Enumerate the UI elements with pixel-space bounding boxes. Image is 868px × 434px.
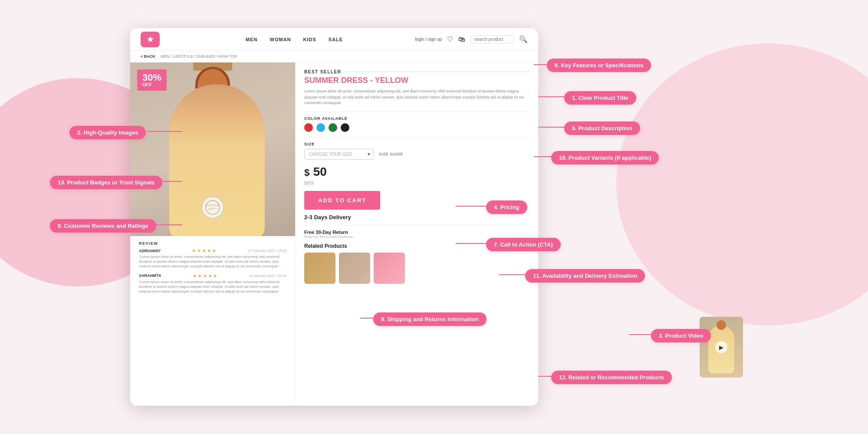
svg-text:CERTIFIED: CERTIFIED xyxy=(206,204,220,207)
connector-5 xyxy=(538,127,564,128)
add-to-cart-button[interactable]: ADD TO CART xyxy=(304,191,380,210)
color-swatch-black[interactable] xyxy=(341,123,349,132)
product-area: 30% OFF xyxy=(130,62,538,402)
price-current: 50 xyxy=(313,165,327,178)
trust-badge: CERTIFIED QUALITY xyxy=(201,196,224,219)
color-label: COLOR AVAILABLE xyxy=(304,116,529,121)
reviewer-stars-2: ★ ★ ★ ★ ★ xyxy=(193,273,217,278)
reviewer-stars-1: ★ ★ ★ ★ ★ xyxy=(192,248,216,253)
connector-2 xyxy=(148,131,182,132)
product-image-panel: 30% OFF xyxy=(130,62,295,236)
review-section-label: REVIEW xyxy=(139,241,286,246)
size-row: CHOOSE YOUR SIZE XSSMLXL SIZE GUIDE xyxy=(304,149,529,160)
annotation-3: 3. Product Video xyxy=(651,329,711,342)
nav-woman[interactable]: WOMAN xyxy=(270,37,291,42)
nav-men[interactable]: MEN xyxy=(246,37,257,42)
breadcrumb: < BACK MEN / LIFESTYLE / SNEAKER / HIGH … xyxy=(130,51,538,62)
size-guide-button[interactable]: SIZE GUIDE xyxy=(379,152,403,156)
product-title: SUMMER DRESS - YELLOW xyxy=(304,76,529,85)
delivery-info: 2-3 Days Delivery xyxy=(304,214,529,220)
nav-sale[interactable]: SALE xyxy=(329,37,343,42)
color-swatch-red[interactable] xyxy=(304,123,313,132)
back-link[interactable]: < BACK xyxy=(141,54,155,59)
svg-text:QUALITY: QUALITY xyxy=(208,207,217,210)
connector-4 xyxy=(456,206,486,207)
product-details-panel: BEST SELLER SUMMER DRESS - YELLOW Lorem … xyxy=(295,62,538,402)
price-original: $83 xyxy=(304,180,314,186)
connector-10 xyxy=(534,156,551,157)
search-input[interactable] xyxy=(470,35,514,43)
annotation-8: 8. Customer Reviews and Ratings xyxy=(50,219,156,233)
related-product-1[interactable] xyxy=(304,253,335,284)
reviewer-date-2: 29 January 2022 / 19:25 xyxy=(249,274,286,278)
connector-6 xyxy=(534,64,547,65)
navbar: ★ MEN WOMAN KIDS SALE login / sign up ♡ … xyxy=(130,28,538,51)
nav-links: MEN WOMAN KIDS SALE xyxy=(174,37,415,42)
reviewer-date-1: 17 February 2022 / 15:00 xyxy=(247,249,286,253)
related-product-2[interactable] xyxy=(339,253,370,284)
breadcrumb-path: MEN / LIFESTYLE / SNEAKER / HIGH TOP xyxy=(161,54,237,59)
color-swatch-green[interactable] xyxy=(329,123,337,132)
color-swatch-blue[interactable] xyxy=(316,123,325,132)
logo[interactable]: ★ xyxy=(141,32,160,47)
connector-3 xyxy=(629,334,651,335)
connector-11 xyxy=(499,274,525,275)
size-select-wrap: CHOOSE YOUR SIZE XSSMLXL xyxy=(304,149,374,160)
video-thumbnail[interactable]: ▶ xyxy=(700,317,743,378)
reviewer-name-2: SARAHMTX xyxy=(139,273,161,278)
review-item-1: ADRIAN007 ★ ★ ★ ★ ★ 17 February 2022 / 1… xyxy=(139,248,286,269)
size-label: SIZE xyxy=(304,142,529,146)
annotation-6: 6. Key Features or Specifications xyxy=(547,59,651,72)
annotation-12: 12. Related or Recommended Products xyxy=(551,371,672,384)
annotation-11: 11. Availability and Delivery Estimation xyxy=(525,269,645,283)
review-item-2: SARAHMTX ★ ★ ★ ★ ★ 29 January 2022 / 19:… xyxy=(139,273,286,294)
reviews-section: REVIEW ADRIAN007 ★ ★ ★ ★ ★ 17 February 2… xyxy=(130,236,295,402)
login-link[interactable]: login / sign up xyxy=(415,37,442,42)
browser-window: ★ MEN WOMAN KIDS SALE login / sign up ♡ … xyxy=(130,28,538,406)
discount-badge: 30% OFF xyxy=(137,69,167,91)
annotation-10: 10. Product Variants (if applicable) xyxy=(551,151,659,164)
connector-1 xyxy=(538,96,564,97)
background-blob-right xyxy=(616,43,868,326)
annotation-13: 13. Product Badges or Trust Signals xyxy=(50,176,162,189)
annotation-9: 9. Shipping and Returns Information xyxy=(373,312,487,326)
connector-7 xyxy=(456,243,486,244)
annotation-7: 7. Call to Action (CTA) xyxy=(486,238,561,251)
divider-2 xyxy=(304,137,529,138)
return-info: Free 30-Day Return xyxy=(304,230,529,235)
review-text-2: "Lorem ipsum dolor sit amet, consectetue… xyxy=(139,279,286,294)
navbar-right: login / sign up ♡ 🛍 🔍 xyxy=(415,35,528,43)
annotation-5: 5. Product Description xyxy=(564,122,640,135)
related-products-grid xyxy=(304,253,529,284)
annotation-1: 1. Clear Product Title xyxy=(564,91,636,105)
heart-icon[interactable]: ♡ xyxy=(447,35,453,43)
connector-9 xyxy=(360,318,373,319)
search-icon[interactable]: 🔍 xyxy=(519,35,528,43)
nav-kids[interactable]: KIDS xyxy=(303,37,316,42)
bag-icon[interactable]: 🛍 xyxy=(458,36,465,43)
divider-3 xyxy=(304,225,529,225)
product-description: Lorem ipsum dolor sit amet, consectetuer… xyxy=(304,89,529,106)
annotation-2: 2. High-Quality Images xyxy=(69,126,146,139)
size-select[interactable]: CHOOSE YOUR SIZE XSSMLXL xyxy=(304,149,374,160)
price-currency: $ xyxy=(304,167,309,178)
review-text-1: "Lorem ipsum dolor sit amet, consectetue… xyxy=(139,254,286,269)
connector-12 xyxy=(538,376,551,377)
pricing-row: $ 50 $83 xyxy=(304,165,529,187)
best-seller-badge: BEST SELLER xyxy=(304,69,529,74)
divider-1 xyxy=(304,112,529,112)
annotation-4: 4. Pricing xyxy=(486,201,527,214)
reviewer-name-1: ADRIAN007 xyxy=(139,249,161,253)
color-swatches xyxy=(304,123,529,132)
related-product-3[interactable] xyxy=(374,253,405,284)
